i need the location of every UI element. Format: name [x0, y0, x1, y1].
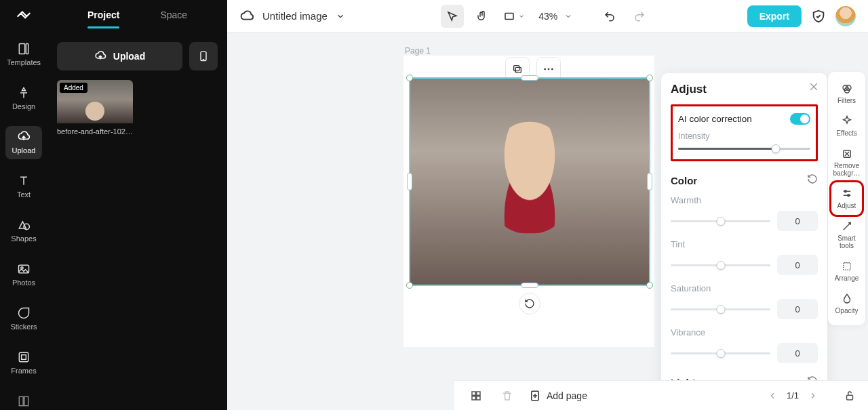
resize-handle-nw[interactable]	[406, 75, 413, 81]
title-chevron-down-icon[interactable]	[336, 12, 345, 21]
cloud-status-icon	[239, 9, 254, 24]
shield-icon[interactable]	[811, 9, 826, 24]
upload-from-phone-button[interactable]	[189, 42, 218, 70]
saturation-value[interactable]: 0	[777, 299, 818, 319]
tint-value[interactable]: 0	[777, 255, 818, 275]
left-panel: Project Space Upload Added before-and-af…	[47, 0, 227, 410]
rail-design-label: Design	[12, 102, 35, 111]
resize-handle-w[interactable]	[407, 173, 412, 190]
rail-smart-tools-label: Smart tools	[831, 234, 862, 249]
next-page-button[interactable]	[808, 391, 818, 401]
zoom-value[interactable]: 43%	[538, 11, 557, 22]
add-page-label: Add page	[547, 390, 587, 401]
adjust-panel-close[interactable]	[808, 81, 819, 95]
svg-rect-1	[26, 44, 28, 54]
page-label: Page 1	[405, 46, 431, 56]
right-properties-rail: Filters Effects Remove backgr… Adjust Sm…	[828, 72, 865, 325]
rail-shapes-label: Shapes	[11, 234, 36, 243]
rail-photos-label: Photos	[12, 279, 35, 287]
tab-project[interactable]: Project	[87, 9, 119, 23]
upload-row: Upload	[47, 33, 227, 80]
pointer-tool[interactable]	[441, 5, 464, 28]
app-logo[interactable]	[12, 7, 35, 24]
rail-frames-label: Frames	[11, 367, 36, 375]
rail-effects-label: Effects	[836, 129, 856, 137]
rail-arrange-label: Arrange	[835, 274, 859, 282]
saturation-label: Saturation	[671, 283, 818, 293]
page-counter: 1/1	[787, 390, 799, 401]
rail-photos[interactable]: Photos	[5, 258, 42, 291]
resize-handle-s[interactable]	[521, 283, 538, 288]
warmth-slider[interactable]	[671, 220, 770, 222]
resize-handle-e[interactable]	[647, 173, 652, 190]
rail-remove-background-label: Remove backgr…	[831, 162, 862, 177]
tint-slider[interactable]	[671, 264, 770, 266]
svg-point-15	[544, 68, 546, 70]
resize-handle-ne[interactable]	[646, 75, 653, 81]
svg-rect-9	[24, 396, 28, 405]
saturation-slider[interactable]	[671, 308, 770, 310]
warmth-value[interactable]: 0	[777, 211, 818, 231]
tint-label: Tint	[671, 239, 818, 249]
zoom-chevron-down-icon[interactable]	[564, 12, 572, 20]
svg-rect-36	[847, 395, 853, 400]
left-icon-rail: Templates Design Upload Text Shapes Phot…	[0, 0, 47, 410]
ai-color-correction-label: AI color correction	[678, 114, 752, 124]
rail-smart-tools[interactable]: Smart tools	[831, 215, 862, 255]
rail-opacity-label: Opacity	[835, 307, 859, 314]
rail-effects[interactable]: Effects	[831, 110, 862, 142]
resize-handle-se[interactable]	[646, 282, 653, 289]
prev-page-button[interactable]	[768, 391, 777, 401]
resize-canvas-button[interactable]	[500, 5, 528, 28]
rail-opacity[interactable]: Opacity	[831, 287, 862, 320]
vibrance-slider[interactable]	[671, 352, 770, 354]
rail-shapes[interactable]: Shapes	[5, 214, 42, 247]
user-avatar[interactable]	[835, 6, 856, 26]
ai-color-correction-toggle[interactable]	[790, 113, 810, 125]
svg-rect-12	[505, 13, 513, 19]
rail-more[interactable]	[5, 390, 42, 410]
rail-stickers[interactable]: Stickers	[5, 302, 42, 335]
intensity-label: Intensity	[678, 131, 810, 141]
rail-design[interactable]: Design	[5, 82, 42, 115]
rail-frames[interactable]: Frames	[5, 346, 42, 380]
svg-rect-13	[515, 67, 521, 73]
hand-tool[interactable]	[471, 5, 494, 28]
rail-upload[interactable]: Upload	[5, 126, 42, 159]
selected-image[interactable]	[409, 77, 650, 286]
asset-thumbnail[interactable]: Added before-and-after-102…	[57, 80, 133, 136]
redo-button[interactable]	[628, 5, 651, 28]
rail-upload-label: Upload	[12, 146, 36, 155]
resize-handle-n[interactable]	[521, 75, 538, 81]
rotate-button[interactable]	[519, 293, 540, 314]
export-button[interactable]: Export	[747, 5, 802, 27]
undo-button[interactable]	[598, 5, 621, 28]
rail-arrange[interactable]: Arrange	[831, 255, 862, 287]
resize-handle-sw[interactable]	[406, 282, 413, 289]
add-page-button[interactable]: Add page	[529, 390, 587, 402]
svg-rect-31	[472, 396, 475, 399]
vibrance-value[interactable]: 0	[777, 343, 818, 363]
tab-space[interactable]: Space	[160, 9, 187, 23]
svg-rect-8	[19, 396, 23, 405]
lock-button[interactable]	[844, 390, 856, 402]
rail-filters[interactable]: Filters	[831, 77, 862, 110]
pages-grid-button[interactable]	[467, 386, 486, 405]
rail-templates[interactable]: Templates	[5, 38, 42, 71]
asset-added-badge: Added	[60, 83, 87, 93]
svg-point-17	[551, 68, 553, 70]
document-title[interactable]: Untitled image	[262, 10, 328, 22]
intensity-slider[interactable]	[678, 148, 810, 150]
topbar: Untitled image 43%	[227, 0, 868, 33]
rail-text[interactable]: Text	[5, 170, 42, 203]
asset-filename: before-and-after-102…	[57, 127, 133, 136]
canvas-area[interactable]: Page 1 Adjust	[227, 33, 868, 410]
rail-adjust[interactable]: Adjust	[831, 182, 862, 215]
color-section-title: Color	[671, 175, 697, 186]
upload-button[interactable]: Upload	[57, 42, 182, 70]
svg-rect-14	[514, 66, 519, 71]
rail-remove-background[interactable]: Remove backgr…	[831, 142, 862, 182]
asset-grid: Added before-and-after-102…	[47, 80, 227, 136]
left-panel-tabs: Project Space	[47, 0, 227, 33]
color-reset-button[interactable]	[807, 173, 818, 187]
